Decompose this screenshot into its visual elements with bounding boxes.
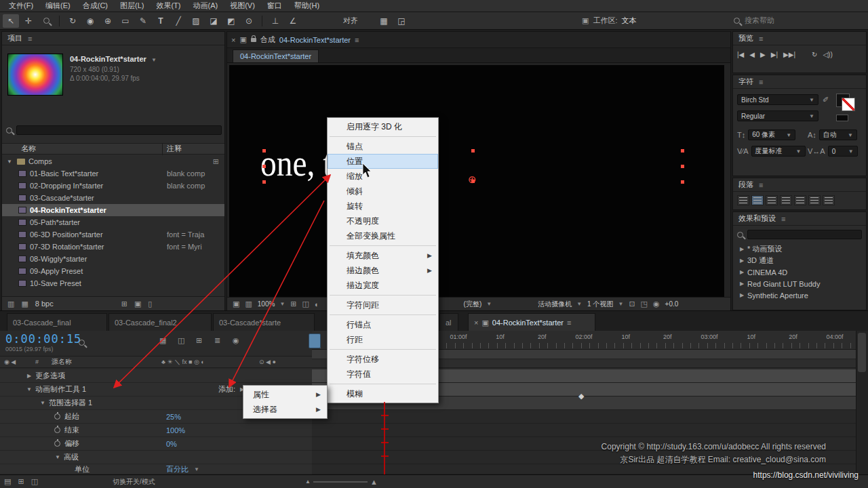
property-row-units[interactable]: 单位 百分比▼ xyxy=(0,464,312,474)
type-tool-icon[interactable]: T xyxy=(153,14,169,28)
property-row-offset[interactable]: 偏移 0% xyxy=(0,437,312,451)
effects-category[interactable]: ▶* 动画预设 xyxy=(733,243,866,255)
panel-menu-icon[interactable]: ≡ xyxy=(567,319,571,327)
tracking-dropdown[interactable]: 0▼ xyxy=(828,146,858,157)
view-layout-dropdown[interactable]: 1 个视图▼ xyxy=(587,300,623,309)
composition-mini-flowchart-icon[interactable]: ▦ xyxy=(159,336,166,345)
project-item[interactable]: 08-Wiggly*starter xyxy=(2,253,224,265)
project-item[interactable]: 10-Save Preset xyxy=(2,277,224,289)
effects-presets-tab[interactable]: 效果和预设 xyxy=(738,214,776,224)
shape-tool-icon[interactable]: ▭ xyxy=(117,14,134,28)
search-help-label[interactable]: 搜索帮助 xyxy=(745,16,774,26)
current-time-display[interactable]: 0:00:00:15 xyxy=(5,332,81,346)
loop-icon[interactable]: ↻ xyxy=(812,51,817,58)
project-item[interactable]: 07-3D Rotation*starterfont = Myri xyxy=(2,241,224,253)
align-center-icon[interactable] xyxy=(751,195,764,205)
panel-menu-icon[interactable]: ≡ xyxy=(781,215,785,223)
vertical-scrollbar[interactable] xyxy=(856,331,868,474)
roto-brush-tool-icon[interactable]: ◩ xyxy=(223,14,239,28)
search-help-icon[interactable] xyxy=(734,18,740,24)
stopwatch-icon[interactable] xyxy=(54,427,60,433)
menu-item-fill-color[interactable]: 填充颜色▶ xyxy=(328,248,438,263)
selected-comp-name[interactable]: 04-RockinText*starter ▼ xyxy=(70,55,157,63)
group-row-advanced[interactable]: ▼高级 xyxy=(0,451,312,464)
menu-composition[interactable]: 合成(C) xyxy=(77,1,114,11)
project-item[interactable]: 06-3D Position*starterfont = Traja xyxy=(2,228,224,241)
clone-stamp-tool-icon[interactable]: ▨ xyxy=(188,14,204,28)
timeline-tab[interactable]: 03-Cascade_final2 xyxy=(108,313,212,331)
align-button[interactable]: 对齐 xyxy=(343,16,358,26)
play-icon[interactable]: ▶ xyxy=(760,51,766,58)
justify-last-center-icon[interactable] xyxy=(794,195,806,205)
menu-item-anchor-point[interactable]: 锚点 xyxy=(328,139,438,154)
zoom-in-icon[interactable]: ▲ xyxy=(370,478,378,486)
resolution-dropdown[interactable]: (完整)▼ xyxy=(464,300,492,309)
menu-animation[interactable]: 动画(A) xyxy=(187,1,224,11)
trash-icon[interactable]: ▯ xyxy=(148,300,152,308)
timeline-zoom-slider[interactable]: ▲ ▲ xyxy=(305,478,378,486)
submenu-item-property[interactable]: 属性▶ xyxy=(243,387,327,402)
twirl-icon[interactable]: ▼ xyxy=(26,386,33,392)
selection-handle[interactable] xyxy=(262,165,266,168)
property-value[interactable]: 25% xyxy=(166,413,181,421)
menu-item-scale[interactable]: 缩放 xyxy=(328,169,438,184)
menu-item-line-spacing[interactable]: 行距 xyxy=(328,332,438,347)
panel-menu-icon[interactable]: ≡ xyxy=(759,35,763,43)
character-tab[interactable]: 字符 xyxy=(738,77,753,87)
close-icon[interactable]: × xyxy=(474,319,478,327)
previous-frame-icon[interactable]: ◀ xyxy=(749,51,755,58)
close-icon[interactable]: × xyxy=(231,36,235,44)
selection-handle[interactable] xyxy=(262,149,266,152)
draft-3d-icon[interactable]: ◫ xyxy=(178,336,184,345)
first-frame-icon[interactable]: |◀ xyxy=(737,51,744,58)
expand-layers-icon[interactable]: ▤ xyxy=(4,477,11,486)
menu-item-skew[interactable]: 倾斜 xyxy=(328,184,438,199)
column-number[interactable]: # xyxy=(35,359,39,365)
justify-all-icon[interactable] xyxy=(823,195,835,205)
effects-search-icon[interactable] xyxy=(737,232,743,238)
submenu-item-selector[interactable]: 选择器▶ xyxy=(243,402,327,417)
project-tab[interactable]: 项目 xyxy=(7,33,22,43)
next-frame-icon[interactable]: ▶| xyxy=(771,51,778,58)
kerning-dropdown[interactable]: 度量标准▼ xyxy=(751,146,806,157)
project-item[interactable]: 02-Dropping In*starterblank comp xyxy=(2,180,224,192)
font-family-dropdown[interactable]: Birch Std▼ xyxy=(737,94,818,105)
graph-row[interactable] xyxy=(312,424,856,437)
scrollbar-thumb[interactable] xyxy=(858,333,866,372)
interpret-footage-icon[interactable]: ▥ xyxy=(7,300,14,308)
snapshot-icon[interactable]: ▣ xyxy=(233,300,239,308)
panel-menu-icon[interactable]: ≡ xyxy=(28,35,32,43)
zoom-tool-icon[interactable] xyxy=(38,14,54,28)
menu-file[interactable]: 文件(F) xyxy=(3,1,39,11)
toggle-switches-modes-button[interactable]: 切换开关/模式 xyxy=(113,477,155,487)
menu-effect[interactable]: 效果(T) xyxy=(150,1,186,11)
stopwatch-icon[interactable] xyxy=(54,441,60,447)
font-style-dropdown[interactable]: Regular▼ xyxy=(737,110,818,121)
column-name[interactable]: 名称 xyxy=(2,144,36,154)
timeline-search-icon[interactable] xyxy=(79,340,85,346)
menu-item-stroke-width[interactable]: 描边宽度 xyxy=(328,278,438,293)
effects-search-input[interactable] xyxy=(747,230,862,239)
local-axis-icon[interactable]: ∠ xyxy=(285,14,301,28)
frame-blending-icon[interactable]: ≣ xyxy=(214,336,220,345)
panel-menu-icon[interactable]: ≡ xyxy=(759,78,763,86)
panel-menu-icon[interactable]: ≡ xyxy=(759,181,763,189)
channel-icon[interactable]: ▥ xyxy=(245,300,252,308)
menu-item-blur[interactable]: 模糊 xyxy=(328,386,438,401)
proxy-icon[interactable]: ▦ xyxy=(21,300,28,308)
puppet-pin-tool-icon[interactable]: ⊙ xyxy=(241,14,257,28)
menu-item-position[interactable]: 位置 xyxy=(328,154,438,169)
selection-tool-icon[interactable]: ↖ xyxy=(3,14,19,28)
fast-preview-icon[interactable]: ◳ xyxy=(641,300,648,308)
zoom-out-icon[interactable]: ▲ xyxy=(305,479,311,485)
new-folder-icon[interactable]: ⊞ xyxy=(121,300,127,308)
pen-tool-icon[interactable]: ✎ xyxy=(135,14,151,28)
selection-handle[interactable] xyxy=(471,149,475,152)
project-search-icon[interactable] xyxy=(6,127,12,134)
layer-row-more-options[interactable]: ▶更多选项 xyxy=(0,369,312,383)
bit-depth-label[interactable]: 8 bpc xyxy=(35,300,54,308)
timeline-button-icon[interactable]: ◉ xyxy=(653,300,660,308)
preview-tab[interactable]: 预览 xyxy=(738,33,753,43)
twirl-icon[interactable]: ▼ xyxy=(39,400,46,406)
composition-canvas[interactable]: one, tw ⊕ xyxy=(229,65,724,297)
